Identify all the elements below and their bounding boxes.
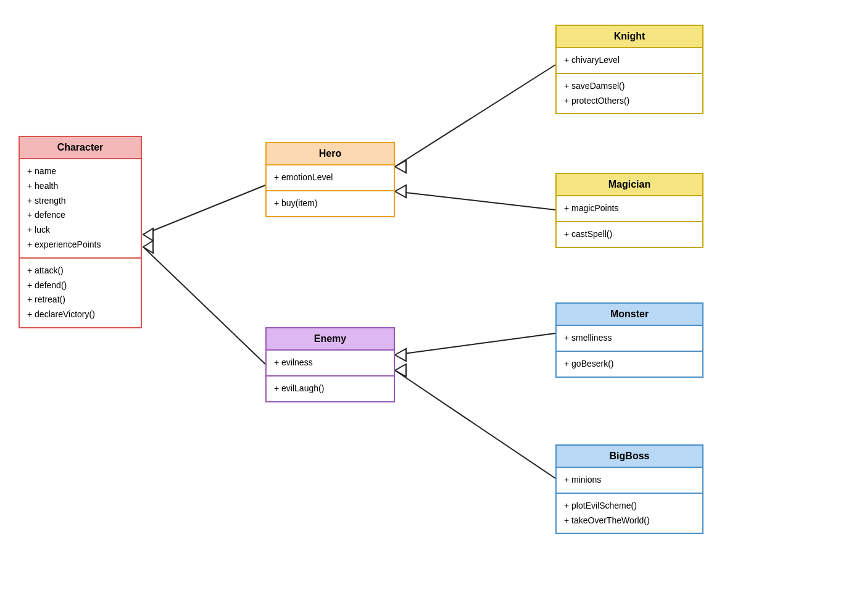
char-attr-1: + name <box>27 164 133 179</box>
class-hero: Hero + emotionLevel + buy(item) <box>265 142 395 217</box>
character-methods: + attack() + defend() + retreat() + decl… <box>20 257 141 327</box>
magician-methods: + castSpell() <box>557 221 702 247</box>
hero-attr-1: + emotionLevel <box>274 170 386 185</box>
magician-attr-1: + magicPoints <box>564 201 695 216</box>
enemy-header: Enemy <box>267 328 394 349</box>
knight-attr-1: + chivaryLevel <box>564 53 695 68</box>
svg-line-10 <box>395 370 555 478</box>
bigboss-attr-1: + minions <box>564 473 695 488</box>
hero-methods: + buy(item) <box>267 190 394 216</box>
enemy-attributes: + evilness <box>267 349 394 375</box>
hero-attributes: + emotionLevel <box>267 164 394 190</box>
knight-method-2: + protectOthers() <box>564 94 695 109</box>
monster-attributes: + smelliness <box>557 325 702 351</box>
knight-header: Knight <box>557 26 702 47</box>
bigboss-attributes: + minions <box>557 467 702 493</box>
monster-header: Monster <box>557 304 702 325</box>
hero-header: Hero <box>267 143 394 164</box>
svg-line-0 <box>143 185 265 235</box>
bigboss-header: BigBoss <box>557 446 702 467</box>
class-character: Character + name + health + strength + d… <box>19 136 142 328</box>
class-bigboss: BigBoss + minions + plotEvilScheme() + t… <box>555 444 703 534</box>
svg-line-2 <box>143 247 265 364</box>
magician-header: Magician <box>557 174 702 195</box>
svg-marker-1 <box>143 228 153 241</box>
svg-line-8 <box>395 333 555 355</box>
svg-marker-11 <box>395 364 406 377</box>
svg-line-4 <box>395 65 555 167</box>
char-attr-2: + health <box>27 179 133 194</box>
char-method-2: + defend() <box>27 278 133 293</box>
enemy-attr-1: + evilness <box>274 356 386 370</box>
svg-marker-9 <box>395 349 406 361</box>
monster-methods: + goBeserk() <box>557 351 702 377</box>
char-attr-6: + experiencePoints <box>27 238 133 252</box>
svg-marker-3 <box>143 241 153 253</box>
enemy-methods: + evilLaugh() <box>267 375 394 401</box>
bigboss-method-2: + takeOverTheWorld() <box>564 514 695 528</box>
magician-attributes: + magicPoints <box>557 195 702 221</box>
enemy-method-1: + evilLaugh() <box>274 381 386 396</box>
svg-line-6 <box>395 191 555 210</box>
bigboss-methods: + plotEvilScheme() + takeOverTheWorld() <box>557 493 702 533</box>
diagram-container: Character + name + health + strength + d… <box>0 0 859 616</box>
monster-method-1: + goBeserk() <box>564 357 695 372</box>
knight-method-1: + saveDamsel() <box>564 79 695 94</box>
magician-method-1: + castSpell() <box>564 227 695 242</box>
char-method-4: + declareVictory() <box>27 307 133 322</box>
bigboss-method-1: + plotEvilScheme() <box>564 499 695 514</box>
class-magician: Magician + magicPoints + castSpell() <box>555 173 703 248</box>
class-enemy: Enemy + evilness + evilLaugh() <box>265 327 395 402</box>
character-attributes: + name + health + strength + defence + l… <box>20 158 141 257</box>
svg-marker-7 <box>395 185 406 198</box>
monster-attr-1: + smelliness <box>564 331 695 346</box>
char-method-3: + retreat() <box>27 293 133 307</box>
knight-methods: + saveDamsel() + protectOthers() <box>557 73 702 114</box>
character-header: Character <box>20 137 141 158</box>
class-monster: Monster + smelliness + goBeserk() <box>555 302 703 378</box>
char-method-1: + attack() <box>27 264 133 278</box>
class-knight: Knight + chivaryLevel + saveDamsel() + p… <box>555 25 703 114</box>
char-attr-5: + luck <box>27 223 133 238</box>
hero-method-1: + buy(item) <box>274 196 386 211</box>
char-attr-3: + strength <box>27 194 133 209</box>
knight-attributes: + chivaryLevel <box>557 47 702 73</box>
char-attr-4: + defence <box>27 208 133 223</box>
svg-marker-5 <box>395 160 406 173</box>
